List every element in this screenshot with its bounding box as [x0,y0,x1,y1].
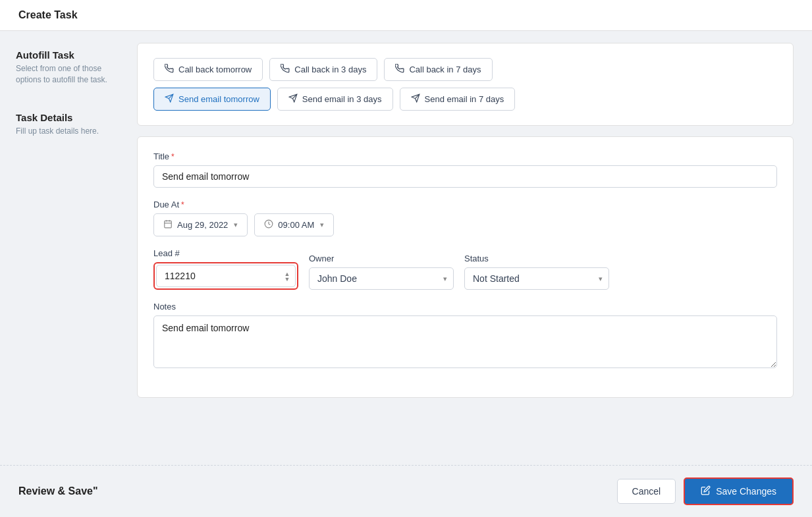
status-select-wrap: Not Started In Progress Completed ▾ [464,267,609,290]
footer-label: Review & Save" [18,485,98,497]
owner-label: Owner [309,254,454,263]
phone-icon-1 [165,64,174,75]
cancel-button[interactable]: Cancel [617,479,676,504]
owner-select-wrap: John Doe ▾ [309,267,454,290]
notes-label: Notes [153,302,777,312]
details-title: Task Details [16,112,116,123]
main-content: Autofill Task Select from one of those o… [0,31,812,465]
details-section: Task Details Fill up task details here. [16,112,116,137]
email-tomorrow-label: Send email tomorrow [178,94,259,104]
email-icon-1 [165,94,174,105]
status-select[interactable]: Not Started In Progress Completed [464,267,609,290]
lead-spinner[interactable]: ▲ ▼ [284,271,290,281]
page-title: Create Task [18,9,794,21]
three-col-row: Lead # ▲ ▼ [153,248,777,290]
time-picker-btn[interactable]: 09:00 AM ▾ [254,213,334,236]
autofill-desc: Select from one of those options to auto… [16,63,116,86]
lead-outlined-wrapper: ▲ ▼ [153,262,298,290]
call-3days-label: Call back in 3 days [294,65,366,74]
footer-actions: Cancel Save Changes [617,477,794,505]
call-3days-btn[interactable]: Call back in 3 days [269,58,377,81]
email-7days-btn[interactable]: Send email in 7 days [400,88,516,111]
lead-input[interactable] [156,265,296,287]
due-at-row: Aug 29, 2022 ▾ 09:00 AM ▾ [153,213,777,236]
page-header: Create Task [0,0,812,31]
lead-input-wrap: ▲ ▼ [156,265,296,287]
svg-rect-6 [165,221,172,228]
phone-icon-3 [395,64,404,75]
email-icon-2 [288,94,298,105]
spinner-up[interactable]: ▲ [284,271,290,275]
status-label: Status [464,254,609,263]
title-input[interactable] [153,165,777,188]
spinner-down[interactable]: ▼ [284,277,290,281]
notes-group: Notes Send email tomorrow [153,302,777,371]
owner-column: Owner John Doe ▾ [309,254,454,290]
title-label: Title * [153,151,777,161]
call-7days-btn[interactable]: Call back in 7 days [384,58,492,81]
save-label: Save Changes [716,486,776,497]
page-wrapper: Create Task Autofill Task Select from on… [0,0,812,517]
lead-label: Lead # [153,248,298,258]
calendar-icon [163,219,173,231]
date-chevron: ▾ [234,221,238,229]
autofill-section: Autofill Task Select from one of those o… [16,49,116,86]
lead-column: Lead # ▲ ▼ [153,248,298,290]
email-7days-label: Send email in 7 days [425,94,504,104]
call-tomorrow-label: Call back tomorrow [178,65,252,74]
title-group: Title * [153,151,777,188]
due-at-group: Due At * Aug 29, 2022 ▾ [153,200,777,236]
call-tomorrow-btn[interactable]: Call back tomorrow [153,58,263,81]
due-at-required: * [181,200,184,209]
email-3days-label: Send email in 3 days [302,94,382,104]
autofill-grid: Call back tomorrow Call back in 3 days [153,58,777,111]
autofill-row-call: Call back tomorrow Call back in 3 days [153,58,777,81]
clock-icon [264,219,273,231]
page-footer: Review & Save" Cancel Save Changes [0,465,812,517]
email-icon-3 [411,94,420,105]
email-tomorrow-btn[interactable]: Send email tomorrow [153,88,271,111]
autofill-row-email: Send email tomorrow Send email in 3 days [153,88,777,111]
save-icon [701,485,711,497]
due-at-label: Due At * [153,200,777,209]
date-picker-btn[interactable]: Aug 29, 2022 ▾ [153,213,248,236]
owner-select[interactable]: John Doe [309,267,454,290]
content-area: Call back tomorrow Call back in 3 days [132,31,812,465]
time-value: 09:00 AM [278,220,314,230]
details-desc: Fill up task details here. [16,126,116,137]
title-required: * [171,152,175,161]
task-details-card: Title * Due At * [137,136,794,398]
email-3days-btn[interactable]: Send email in 3 days [277,88,393,111]
date-value: Aug 29, 2022 [177,220,228,230]
phone-icon-2 [281,64,290,75]
status-column: Status Not Started In Progress Completed… [464,254,609,290]
sidebar: Autofill Task Select from one of those o… [0,31,132,465]
notes-textarea[interactable]: Send email tomorrow [153,315,777,368]
autofill-title: Autofill Task [16,49,116,61]
call-7days-label: Call back in 7 days [409,65,481,74]
save-button[interactable]: Save Changes [684,477,794,505]
time-chevron: ▾ [320,221,324,229]
autofill-card: Call back tomorrow Call back in 3 days [137,43,794,126]
